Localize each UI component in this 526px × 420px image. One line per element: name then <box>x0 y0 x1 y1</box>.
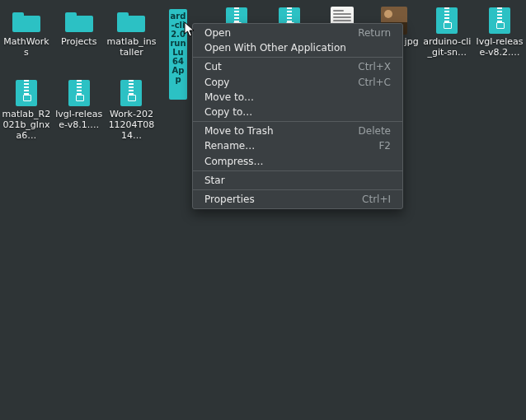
menu-item-label: Star <box>204 175 225 186</box>
menu-separator <box>193 57 402 58</box>
menu-item-accel: Ctrl+C <box>358 77 391 88</box>
menu-item-accel: F2 <box>378 140 391 152</box>
icon-label: lvgl-release-v8.1.… <box>54 109 104 130</box>
menu-item-rename[interactable]: Rename… F2 <box>193 138 402 153</box>
icon-label: arduino-cli_git-sn… <box>422 36 472 58</box>
icon-label: lvgl-release-v8.2.… <box>475 36 524 58</box>
desktop-icon[interactable]: matlab_R2021b_glnxa6… <box>0 77 53 150</box>
folder-icon <box>65 10 93 31</box>
menu-separator <box>193 170 402 171</box>
desktop-icon[interactable]: lvgl-release-v8.2.… <box>473 5 526 77</box>
archive-icon <box>16 80 37 106</box>
menu-item-cut[interactable]: Cut Ctrl+X <box>193 59 402 74</box>
menu-item-label: Open <box>204 27 231 39</box>
menu-separator <box>193 189 402 190</box>
icon-label: matlab_R2021b_glnxa6… <box>2 109 51 141</box>
menu-item-accel: Return <box>358 27 391 39</box>
icon-label: MathWorks <box>2 36 51 58</box>
desktop-icon[interactable]: arduino-cli_git-sn… <box>420 5 473 77</box>
menu-item-copy-to[interactable]: Copy to… <box>193 105 402 119</box>
desktop[interactable]: MathWorks Projects matlab_installer ige … <box>0 0 526 420</box>
menu-item-copy[interactable]: Copy Ctrl+C <box>193 75 402 90</box>
menu-item-trash[interactable]: Move to Trash Delete <box>193 124 402 138</box>
menu-item-label: Compress… <box>204 156 264 167</box>
icon-label: Projects <box>61 36 96 47</box>
menu-item-accel: Delete <box>359 125 391 137</box>
menu-item-properties[interactable]: Properties Ctrl+I <box>193 192 402 207</box>
desktop-icon[interactable]: lvgl-release-v8.1.… <box>53 77 106 150</box>
menu-item-label: Open With Other Application <box>204 42 346 54</box>
desktop-icon[interactable]: MathWorks <box>0 5 53 77</box>
menu-item-label: Move to… <box>204 91 254 103</box>
menu-item-move-to[interactable]: Move to… <box>193 90 402 105</box>
menu-separator <box>193 121 402 122</box>
menu-item-open-with[interactable]: Open With Other Application <box>193 40 402 55</box>
menu-item-accel: Ctrl+I <box>362 194 391 205</box>
desktop-icon[interactable]: Projects <box>53 5 106 77</box>
menu-item-label: Properties <box>204 194 255 205</box>
menu-item-label: Copy to… <box>204 106 252 118</box>
mouse-cursor-icon <box>184 21 195 38</box>
menu-item-open[interactable]: Open Return <box>193 26 402 40</box>
context-menu: Open Return Open With Other Application … <box>192 23 403 209</box>
menu-item-compress[interactable]: Compress… <box>193 154 402 169</box>
archive-icon <box>489 7 510 34</box>
menu-item-accel: Ctrl+X <box>358 61 391 72</box>
icon-label: matlab_installer <box>107 36 157 58</box>
menu-item-label: Copy <box>204 77 229 88</box>
folder-icon <box>12 10 40 31</box>
icon-label: Work-20211204T0814… <box>107 109 157 141</box>
menu-item-label: Move to Trash <box>204 125 274 137</box>
archive-icon <box>68 80 90 106</box>
archive-icon <box>436 7 458 34</box>
folder-icon <box>117 10 145 31</box>
desktop-icon[interactable]: matlab_installer <box>106 5 158 77</box>
menu-item-star[interactable]: Star <box>193 173 402 188</box>
menu-item-label: Cut <box>204 61 222 72</box>
archive-icon <box>120 80 142 106</box>
menu-item-label: Rename… <box>204 140 255 152</box>
desktop-icon[interactable]: Work-20211204T0814… <box>106 77 158 150</box>
